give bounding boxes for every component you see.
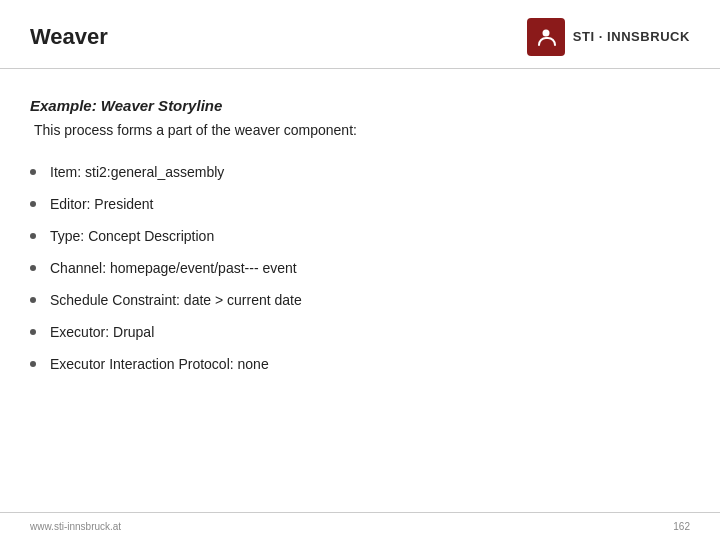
- list-item: Executor Interaction Protocol: none: [30, 348, 690, 380]
- header: Weaver STI · INNSBRUCK: [0, 0, 720, 69]
- sti-logo-svg: [535, 26, 557, 48]
- list-item-text: Editor: President: [50, 196, 154, 212]
- section-subtitle: This process forms a part of the weaver …: [30, 122, 690, 138]
- page-number: 162: [673, 521, 690, 532]
- bullet-dot: [30, 329, 36, 335]
- svg-point-0: [542, 30, 549, 37]
- footer-url: www.sti-innsbruck.at: [30, 521, 121, 532]
- bullet-dot: [30, 361, 36, 367]
- bullet-dot: [30, 233, 36, 239]
- footer: www.sti-innsbruck.at 162: [0, 512, 720, 540]
- logo-icon: [527, 18, 565, 56]
- list-item: Item: sti2:general_assembly: [30, 156, 690, 188]
- list-item-text: Executor: Drupal: [50, 324, 154, 340]
- list-item: Type: Concept Description: [30, 220, 690, 252]
- list-item-text: Schedule Constraint: date > current date: [50, 292, 302, 308]
- list-item-text: Type: Concept Description: [50, 228, 214, 244]
- list-item: Schedule Constraint: date > current date: [30, 284, 690, 316]
- list-item: Channel: homepage/event/past--- event: [30, 252, 690, 284]
- list-item-text: Channel: homepage/event/past--- event: [50, 260, 297, 276]
- bullet-dot: [30, 169, 36, 175]
- list-item: Editor: President: [30, 188, 690, 220]
- list-item-text: Executor Interaction Protocol: none: [50, 356, 269, 372]
- logo-text: STI · INNSBRUCK: [573, 29, 690, 46]
- list-item-text: Item: sti2:general_assembly: [50, 164, 224, 180]
- page-title: Weaver: [30, 24, 108, 50]
- list-item: Executor: Drupal: [30, 316, 690, 348]
- main-content: Example: Weaver Storyline This process f…: [0, 69, 720, 400]
- bullet-list: Item: sti2:general_assemblyEditor: Presi…: [30, 156, 690, 380]
- bullet-dot: [30, 265, 36, 271]
- section-title: Example: Weaver Storyline: [30, 97, 690, 114]
- logo-area: STI · INNSBRUCK: [527, 18, 690, 56]
- bullet-dot: [30, 201, 36, 207]
- bullet-dot: [30, 297, 36, 303]
